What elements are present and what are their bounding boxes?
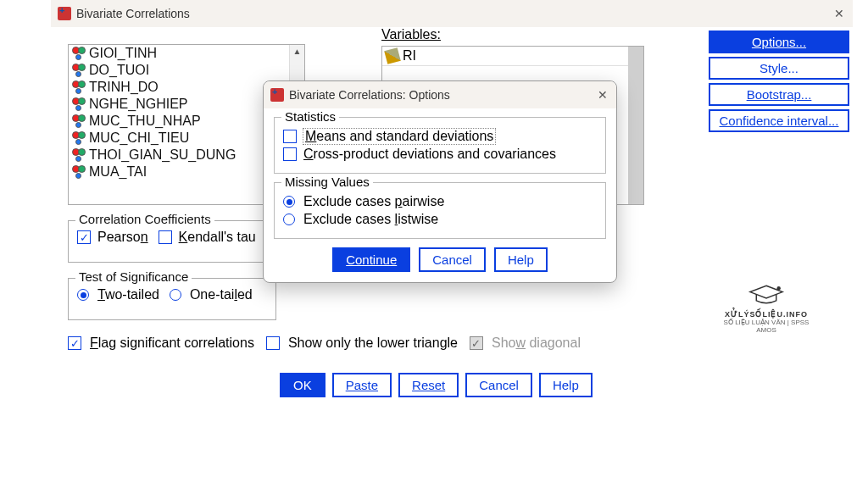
flag-label: Flag significant correlations [90,336,254,351]
pearson-checkbox[interactable] [77,230,91,244]
test-significance-group: Test of Significance Two-tailed One-tail… [68,278,276,320]
group-label: Test of Significance [75,269,192,284]
nominal-icon [72,64,86,77]
nominal-icon [72,80,86,94]
var-name: NGHE_NGHIEP [89,97,187,112]
var-name: GIOI_TINH [89,46,157,61]
dialog-buttons: OK Paste Reset Cancel Help [280,373,593,397]
diagonal-label: Show diagonal [492,336,581,351]
nominal-icon [72,47,86,60]
means-label: Means and standard deviations [303,129,495,144]
cancel-button[interactable]: Cancel [465,373,532,397]
nominal-icon [72,131,86,145]
kendall-checkbox[interactable] [159,230,172,244]
nominal-icon [72,148,86,162]
var-name: MUC_CHI_TIEU [89,130,189,146]
lower-triangle-checkbox[interactable] [266,336,280,350]
scroll-up-icon[interactable]: ▲ [290,47,304,56]
group-label: Missing Values [281,175,373,189]
svg-point-1 [776,286,780,290]
options-dialog: Bivariate Correlations: Options ✕ Statis… [263,80,617,283]
group-label: Statistics [281,109,339,124]
confidence-button[interactable]: Confidence interval... [709,109,849,132]
two-tailed-radio[interactable] [77,289,89,301]
missing-values-group: Missing Values Exclude cases pairwise Ex… [274,182,606,239]
correlation-coefficients-group: Correlation Coefficients Pearson Kendall… [68,220,276,263]
var-name: TRINH_DO [89,80,159,95]
var-name: THOI_GIAN_SU_DUNG [89,147,236,163]
modal-titlebar: Bivariate Correlations: Options ✕ [264,81,616,108]
scale-icon [384,47,401,64]
app-icon [58,7,71,20]
variables-label-text: Variables: [381,27,441,42]
variables-label: Variables: [381,27,441,42]
kendall-label: Kendall's tau [179,230,256,245]
var-name: DO_TUOI [89,63,149,78]
two-tailed-label: Two-tailed [97,287,159,302]
list-item[interactable]: RI [382,47,643,66]
list-item[interactable]: DO_TUOI [69,62,304,79]
pearson-label: Pearson [97,230,148,245]
flag-checkbox[interactable] [68,336,81,350]
means-checkbox[interactable] [283,130,297,143]
var-name: MUC_THU_NHAP [89,114,201,129]
ok-button[interactable]: OK [280,373,326,397]
app-icon [270,88,284,102]
modal-title: Bivariate Correlations: Options [289,88,450,102]
watermark-logo: XỬLÝSỐLIỆU.INFO SỐ LIỆU LUẬN VĂN | SPSS … [715,283,817,334]
bootstrap-button[interactable]: Bootstrap... [709,83,849,106]
window-title: Bivariate Correlations [76,7,190,20]
nominal-icon [72,114,86,128]
flag-row: Flag significant correlations Show only … [68,336,581,351]
window-titlebar: Bivariate Correlations ✕ [51,0,853,27]
nominal-icon [72,97,86,111]
continue-button[interactable]: Continue [332,247,410,272]
listwise-radio[interactable] [283,214,295,225]
pairwise-label: Exclude cases pairwise [303,194,444,209]
statistics-group: Statistics Means and standard deviations… [274,117,606,174]
scrollbar[interactable] [628,47,643,204]
style-button[interactable]: Style... [709,57,849,80]
group-label: Correlation Coefficients [75,212,214,226]
side-buttons: Options... Style... Bootstrap... Confide… [709,30,849,132]
logo-line1: XỬLÝSỐLIỆU.INFO [715,310,817,319]
close-icon[interactable]: ✕ [834,7,844,20]
help-button[interactable]: Help [494,247,548,272]
one-tailed-label: One-tailed [190,287,253,302]
cross-label: Cross-product deviations and covariances [303,147,556,162]
var-name: MUA_TAI [89,164,147,180]
options-button[interactable]: Options... [709,30,849,53]
close-icon[interactable]: ✕ [598,88,608,102]
cross-checkbox[interactable] [283,147,297,161]
window-content: GIOI_TINHDO_TUOITRINH_DONGHE_NGHIEPMUC_T… [51,27,853,59]
help-button[interactable]: Help [539,373,593,397]
cap-icon [748,283,785,308]
cancel-button[interactable]: Cancel [419,247,486,272]
paste-button[interactable]: Paste [332,373,392,397]
var-name: RI [403,48,416,64]
pairwise-radio[interactable] [283,196,295,208]
one-tailed-radio[interactable] [170,289,181,301]
lower-triangle-label: Show only the lower triangle [288,336,458,351]
listwise-label: Exclude cases listwise [303,212,438,227]
list-item[interactable]: GIOI_TINH [69,45,304,62]
diagonal-checkbox [470,336,483,350]
logo-line2: SỐ LIỆU LUẬN VĂN | SPSS AMOS [715,319,817,334]
reset-button[interactable]: Reset [398,373,459,397]
main-window: Bivariate Correlations ✕ GIOI_TINHDO_TUO… [51,0,853,59]
nominal-icon [72,165,86,179]
